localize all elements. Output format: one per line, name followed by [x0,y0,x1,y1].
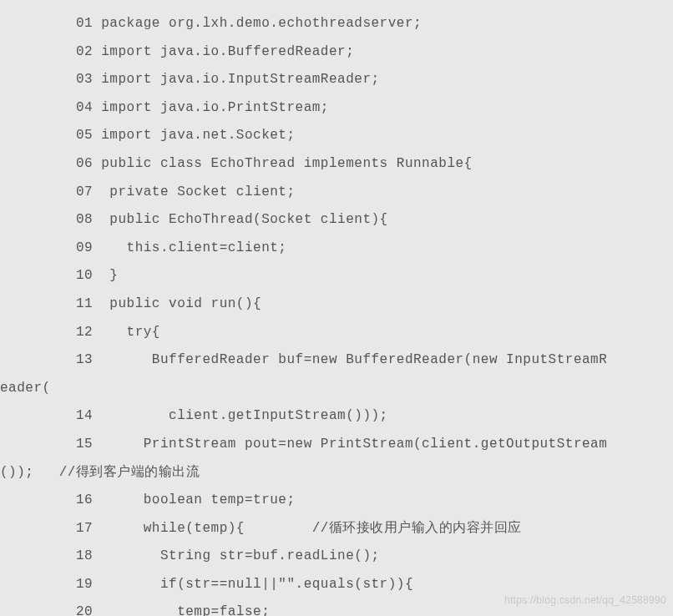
code-line: 15 PrintStream pout=new PrintStream(clie… [0,431,673,459]
line-indent [0,577,76,592]
line-indent [0,352,76,367]
code-line: 08 public EchoThread(Socket client){ [0,206,673,235]
line-number: 19 [76,577,93,592]
line-number: 10 [76,268,93,283]
line-number: 18 [76,548,93,563]
code-line: 13 BufferedReader buf=new BufferedReader… [0,346,673,375]
code-content: import java.io.BufferedReader; [93,44,354,59]
code-content: try{ [93,325,160,340]
line-number: 14 [76,408,93,423]
code-content: temp=false; [93,604,270,616]
code-content: } [93,268,118,283]
line-indent [0,548,76,563]
code-content: String str=buf.readLine(); [93,548,379,563]
code-content: public void run(){ [93,296,261,311]
line-indent [0,128,76,143]
code-line: 17 while(temp){ //循环接收用户输入的内容并回应 [0,515,673,543]
line-indent [0,325,76,340]
code-line: 06 public class EchoThread implements Ru… [0,150,673,179]
code-line: 01 package org.lxh.demo.echothreadserver… [0,10,673,38]
line-number: 17 [76,521,93,536]
code-line: 03 import java.io.InputStreamReader; [0,66,673,94]
code-content: if(str==null||"".equals(str)){ [93,577,413,592]
line-indent [0,44,76,59]
watermark-text: https://blog.csdn.net/qq_42588990 [504,590,666,611]
line-indent [0,408,76,423]
line-number: 04 [76,100,93,115]
code-content: BufferedReader buf=new BufferedReader(ne… [93,352,607,367]
line-number: 09 [76,240,93,255]
code-line: 14 client.getInputStream())); [0,402,673,431]
code-line: 12 try{ [0,319,673,347]
line-indent [0,72,76,87]
code-line: 09 this.client=client; [0,235,673,263]
line-number: 08 [76,212,93,227]
line-indent [0,268,76,283]
line-indent [0,604,76,616]
line-indent [0,492,76,507]
code-content: import java.net.Socket; [93,128,295,143]
code-line: 02 import java.io.BufferedReader; [0,38,673,67]
code-content: package org.lxh.demo.echothreadserver; [93,16,422,31]
line-number: 01 [76,16,93,31]
code-content: private Socket client; [93,184,295,199]
code-line: eader( [0,375,673,403]
line-number: 13 [76,352,93,367]
code-line: 11 public void run(){ [0,290,673,319]
code-content: import java.io.InputStreamReader; [93,72,379,87]
code-line: 16 boolean temp=true; [0,487,673,515]
line-indent [0,437,76,452]
line-indent [0,100,76,115]
code-content: while(temp){ //循环接收用户输入的内容并回应 [93,521,522,536]
code-line: ()); //得到客户端的输出流 [0,459,673,487]
line-number: 03 [76,72,93,87]
code-line: 18 String str=buf.readLine(); [0,543,673,571]
line-number: 05 [76,128,93,143]
code-content: eader( [0,381,51,396]
line-number: 20 [76,604,93,616]
line-number: 02 [76,44,93,59]
line-indent [0,240,76,255]
code-line: 07 private Socket client; [0,179,673,207]
line-indent [0,521,76,536]
line-number: 15 [76,437,93,452]
code-content: public EchoThread(Socket client){ [93,212,388,227]
line-number: 11 [76,296,93,311]
line-number: 06 [76,156,93,171]
line-indent [0,184,76,199]
code-block: 01 package org.lxh.demo.echothreadserver… [0,10,673,616]
code-line: 05 import java.net.Socket; [0,122,673,150]
code-content: boolean temp=true; [93,492,295,507]
code-content: ()); //得到客户端的输出流 [0,465,200,480]
code-content: this.client=client; [93,240,286,255]
line-number: 16 [76,492,93,507]
code-line: 10 } [0,262,673,290]
code-line: 04 import java.io.PrintStream; [0,94,673,123]
code-content: client.getInputStream())); [93,408,388,423]
code-content: PrintStream pout=new PrintStream(client.… [93,437,607,452]
line-indent [0,156,76,171]
line-indent [0,212,76,227]
code-content: public class EchoThread implements Runna… [93,156,473,171]
line-indent [0,16,76,31]
line-number: 07 [76,184,93,199]
line-indent [0,296,76,311]
code-content: import java.io.PrintStream; [93,100,329,115]
line-number: 12 [76,325,93,340]
